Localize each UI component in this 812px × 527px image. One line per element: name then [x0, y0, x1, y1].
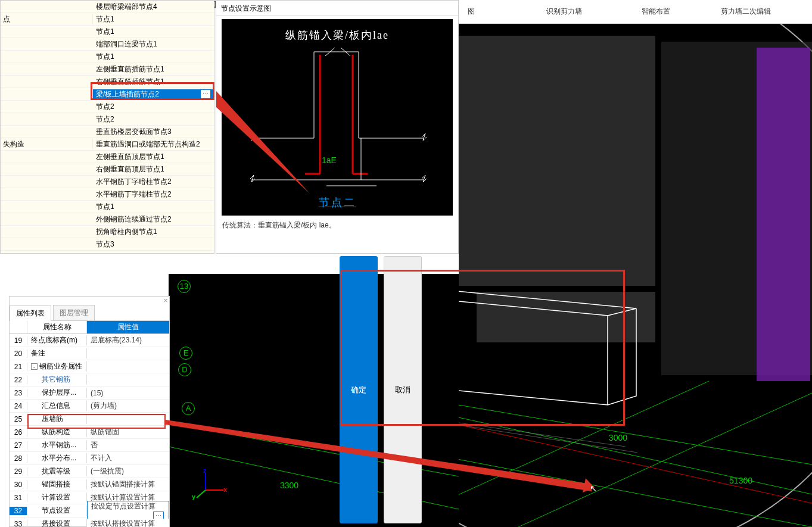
- node-row[interactable]: 垂直筋楼层变截面节点3: [1, 126, 214, 138]
- node-row[interactable]: 节点3: [1, 238, 214, 251]
- svg-line-34: [197, 490, 206, 498]
- diagram-link[interactable]: 节点二: [222, 195, 453, 210]
- node-row[interactable]: 水平钢筋丁字端柱节点2: [1, 188, 214, 201]
- tu-button[interactable]: 图: [468, 7, 475, 17]
- property-row[interactable]: 29抗震等级(一级抗震): [10, 465, 169, 478]
- property-row[interactable]: 26纵筋构造纵筋锚固: [10, 426, 169, 439]
- node-row[interactable]: 左侧垂直筋顶层节点1: [1, 151, 214, 163]
- node-row-value[interactable]: 节点3: [93, 239, 214, 250]
- confirm-button[interactable]: 确定: [340, 256, 378, 523]
- grid-bubble-d: D: [178, 363, 191, 376]
- node-row-value[interactable]: 节点1: [93, 52, 214, 62]
- identify-wall-button[interactable]: 识别剪力墙: [546, 7, 582, 17]
- grid-bubble-13: 13: [178, 280, 191, 293]
- top-toolbar: 🔲 设置拱墙 图 识别剪力墙 智能布置 剪力墙二次编辑: [459, 0, 812, 24]
- close-icon[interactable]: ×: [161, 296, 170, 304]
- node-row-value[interactable]: 左侧垂直筋顶层节点1: [93, 152, 214, 162]
- node-row-value[interactable]: 节点1: [93, 27, 214, 37]
- node-row[interactable]: 右侧垂直筋顶层节点1: [1, 163, 214, 176]
- node-row[interactable]: 右侧垂直筋插筋节点1: [1, 76, 214, 88]
- property-row[interactable]: 21-钢筋业务属性: [10, 360, 169, 373]
- node-row[interactable]: 梁/板上墙插筋节点2⋯: [1, 88, 214, 101]
- node-row[interactable]: 节点1: [1, 201, 214, 213]
- node-row[interactable]: 端部洞口连梁节点1: [1, 38, 214, 51]
- node-row-value[interactable]: 垂直筋楼层变截面节点3: [93, 127, 214, 137]
- property-row[interactable]: 28水平分布...不计入: [10, 452, 169, 465]
- node-list: 楼层暗梁端部节点4点节点1节点1端部洞口连梁节点1节点1左侧垂直筋插筋节点1右侧…: [0, 0, 214, 254]
- diagram-canvas: 纵筋锚入梁/板内lae 1aE 节点二: [222, 19, 453, 216]
- node-row[interactable]: 水平钢筋拐角端柱内侧节点1: [1, 251, 214, 254]
- property-row[interactable]: 24汇总信息(剪力墙): [10, 400, 169, 413]
- property-row[interactable]: 27水平钢筋...否: [10, 439, 169, 452]
- node-row[interactable]: 失构造垂直筋遇洞口或端部无节点构造2: [1, 138, 214, 151]
- grid-bubble-e: E: [179, 347, 192, 360]
- property-row[interactable]: 32节点设置按设定节点设置计算⋯: [10, 504, 169, 517]
- tab-layers[interactable]: 图层管理: [53, 305, 95, 320]
- node-row[interactable]: 点节点1: [1, 13, 214, 26]
- node-row[interactable]: 外侧钢筋连续通过节点2: [1, 213, 214, 226]
- node-row[interactable]: 节点2: [1, 101, 214, 113]
- col-header-val[interactable]: 属性值: [87, 321, 169, 333]
- tab-bar: 属性列表 图层管理: [10, 305, 169, 321]
- node-row-value[interactable]: 右侧垂直筋插筋节点1: [93, 77, 214, 87]
- node-row-value[interactable]: 左侧垂直筋插筋节点1: [93, 64, 214, 74]
- property-row[interactable]: 20备注: [10, 347, 169, 360]
- properties-panel: × 属性列表 图层管理 属性名称 属性值 19终点底标高(m)层底标高(23.1…: [9, 296, 170, 527]
- node-row[interactable]: 节点1: [1, 26, 214, 38]
- property-row[interactable]: 25压墙筋: [10, 413, 169, 426]
- node-row-value[interactable]: 垂直筋遇洞口或端部无节点构造2: [93, 139, 214, 149]
- property-row[interactable]: 30锚固搭接按默认锚固搭接计算: [10, 478, 169, 491]
- node-row-value[interactable]: 外侧钢筋连续通过节点2: [93, 214, 214, 224]
- node-row-value[interactable]: 水平钢筋丁字端柱节点2: [93, 189, 214, 199]
- property-row[interactable]: 19终点底标高(m)层底标高(23.14): [10, 334, 169, 347]
- svg-rect-22: [459, 36, 655, 286]
- collapse-icon[interactable]: -: [31, 363, 38, 370]
- node-row[interactable]: 节点2: [1, 113, 214, 126]
- node-row-value[interactable]: 节点1: [93, 14, 214, 24]
- diagram-label-1ae: 1aE: [322, 155, 337, 165]
- node-row-value[interactable]: 水平钢筋拐角端柱内侧节点1: [93, 252, 214, 254]
- secondary-edit-button[interactable]: 剪力墙二次编辑: [721, 7, 771, 17]
- grid-bubble-a: A: [182, 402, 195, 415]
- cancel-button[interactable]: 取消: [384, 256, 422, 523]
- node-row-value[interactable]: 右侧垂直筋顶层节点1: [93, 164, 214, 174]
- tab-properties[interactable]: 属性列表: [10, 305, 51, 321]
- node-row-value[interactable]: 拐角暗柱内侧节点1: [93, 227, 214, 237]
- node-row-value[interactable]: 节点2: [93, 114, 214, 124]
- property-row[interactable]: 33搭接设置按默认搭接设置计算: [10, 517, 169, 527]
- node-row[interactable]: 节点1: [1, 51, 214, 63]
- node-row-value[interactable]: 水平钢筋丁字暗柱节点2: [93, 177, 214, 187]
- diagram-desc: 传统算法：垂直筋锚入梁/板内 lae。: [216, 216, 458, 235]
- col-header-name: 属性名称: [27, 321, 87, 333]
- axis-gizmo: z y x: [194, 469, 226, 503]
- property-row[interactable]: 23保护层厚...(15): [10, 386, 169, 400]
- diagram-panel: 节点设置示意图 纵筋锚入梁/板内lae 1aE: [216, 0, 459, 254]
- smart-layout-button[interactable]: 智能布置: [642, 7, 670, 17]
- diagram-title: 节点设置示意图: [216, 1, 458, 16]
- more-button[interactable]: ⋯: [200, 89, 211, 99]
- node-row-value[interactable]: 梁/板上墙插筋节点2: [93, 89, 214, 99]
- node-row-value[interactable]: 节点2: [93, 102, 214, 112]
- node-row-value[interactable]: 端部洞口连梁节点1: [93, 39, 214, 49]
- node-row-value[interactable]: 楼层暗梁端部节点4: [93, 2, 214, 12]
- node-row[interactable]: 楼层暗梁端部节点4: [1, 1, 214, 13]
- node-row[interactable]: 左侧垂直筋插筋节点1: [1, 63, 214, 76]
- property-row[interactable]: 22其它钢筋: [10, 373, 169, 386]
- dim-3300: 3300: [280, 481, 298, 490]
- node-row-value[interactable]: 节点1: [93, 202, 214, 212]
- node-row[interactable]: 拐角暗柱内侧节点1: [1, 226, 214, 238]
- node-row[interactable]: 水平钢筋丁字暗柱节点2: [1, 176, 214, 188]
